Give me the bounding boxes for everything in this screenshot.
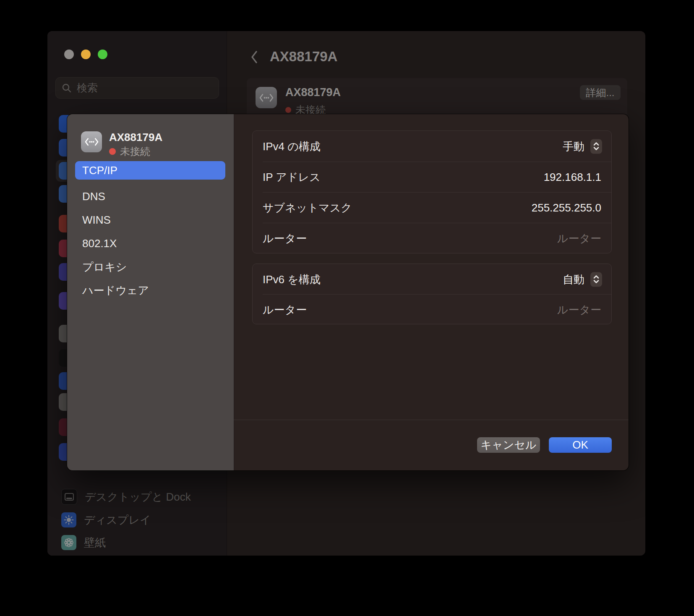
ip-address-row: IP アドレス 192.168.1.1 <box>253 162 611 192</box>
router-row: ルーター ルーター <box>253 223 611 253</box>
ipv4-config-row: IPv4 の構成 手動 <box>253 131 611 162</box>
router-label: ルーター <box>263 231 307 245</box>
ipv6-config-popup-stepper[interactable] <box>590 272 602 287</box>
router6-label: ルーター <box>263 302 307 317</box>
tab-proxy[interactable]: プロキシ <box>75 258 225 276</box>
device-status: 未接続 <box>109 145 150 158</box>
ipv6-config-value: 自動 <box>563 272 584 287</box>
tab-hardware[interactable]: ハードウェア <box>75 281 225 300</box>
ipv6-group: IPv6 を構成 自動 ルーター ルーター <box>252 264 612 324</box>
ipv4-config-popup-stepper[interactable] <box>590 139 602 154</box>
tab-dns[interactable]: DNS <box>75 187 225 206</box>
ethernet-adapter-icon <box>81 131 102 152</box>
ipv6-config-label: IPv6 を構成 <box>263 272 321 287</box>
ipv4-config-label: IPv4 の構成 <box>263 139 321 154</box>
zoom-button[interactable] <box>98 50 107 59</box>
ip-address-label: IP アドレス <box>263 170 321 184</box>
up-down-chevrons-icon <box>593 275 600 284</box>
window-controls <box>64 50 107 59</box>
ipv4-group: IPv4 の構成 手動 IP アドレス 192.168.1.1 サブネットマスク… <box>252 131 612 253</box>
device-name: AX88179A <box>109 131 162 144</box>
tab-tcpip[interactable]: TCP/IP <box>75 161 225 180</box>
subnet-mask-value[interactable]: 255.255.255.0 <box>532 201 601 214</box>
ipv6-config-row: IPv6 を構成 自動 <box>253 264 611 295</box>
status-text: 未接続 <box>120 145 150 158</box>
sheet-sidebar: AX88179A 未接続 TCP/IP DNS WINS 802.1X プロキシ… <box>67 114 234 470</box>
router6-row: ルーター ルーター <box>253 294 611 325</box>
up-down-chevrons-icon <box>593 142 600 151</box>
subnet-mask-row: サブネットマスク 255.255.255.0 <box>253 192 611 223</box>
router-input-placeholder[interactable]: ルーター <box>557 231 601 245</box>
close-button[interactable] <box>64 50 74 59</box>
system-settings-window: 検索 デスクトップと Dock ディスプレイ 壁紙 AX88179A <box>47 31 645 556</box>
screen: 検索 デスクトップと Dock ディスプレイ 壁紙 AX88179A <box>0 0 694 616</box>
cancel-button[interactable]: キャンセル <box>477 437 540 453</box>
subnet-mask-label: サブネットマスク <box>263 200 352 215</box>
tab-8021x[interactable]: 802.1X <box>75 234 225 253</box>
status-dot <box>109 148 116 155</box>
footer-divider <box>234 420 629 420</box>
ip-address-value[interactable]: 192.168.1.1 <box>544 170 601 183</box>
ipv4-config-value: 手動 <box>563 139 584 154</box>
ok-button[interactable]: OK <box>549 437 612 453</box>
tcpip-sheet-dialog: AX88179A 未接続 TCP/IP DNS WINS 802.1X プロキシ… <box>67 114 629 470</box>
minimize-button[interactable] <box>81 50 91 59</box>
tab-wins[interactable]: WINS <box>75 211 225 229</box>
router6-input-placeholder[interactable]: ルーター <box>557 302 601 317</box>
